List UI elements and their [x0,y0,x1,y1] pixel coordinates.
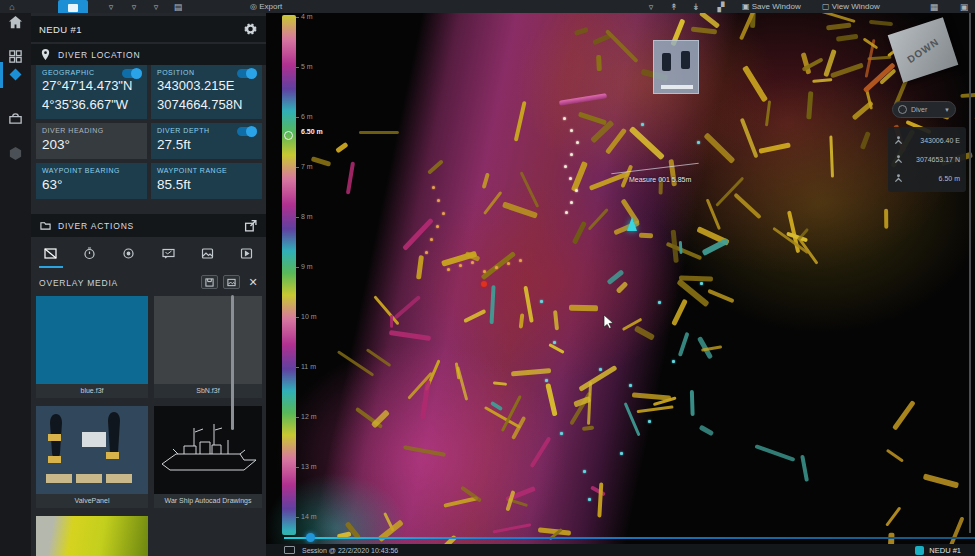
view-window-button[interactable]: ▢ View Window [822,1,880,13]
orange-trail-dot [436,225,439,228]
debris-log [311,156,331,167]
save-media-icon[interactable] [201,275,218,289]
white-trail-dot [570,129,573,132]
footer-unit-badge[interactable]: NEDU #1 [915,546,961,555]
timeline-playhead[interactable] [306,533,315,542]
flag-icon[interactable]: ▿ [150,2,162,13]
tool-d-icon[interactable]: ▞ [715,2,727,13]
orange-trail-dot [430,238,433,241]
debris-log [884,209,888,229]
close-icon[interactable]: ✕ [246,275,260,289]
close-layout-icon[interactable]: ▣ [958,2,970,13]
debris-log [886,449,904,462]
depth-colorbar [282,15,296,535]
tool-c-icon[interactable]: ↡ [690,2,702,13]
orange-trail-dot [519,259,522,262]
media-thumbnail[interactable] [36,406,148,494]
cyan-trail-dot [560,432,563,435]
active-tool-button[interactable] [58,0,88,13]
cyan-trail-dot [545,379,548,382]
cyan-trail-dot [588,498,591,501]
colorbar-tick: 6 m [301,113,313,120]
tab-snapshots[interactable] [194,241,220,267]
debris-log [800,455,809,482]
diver-card: DIVER HEADING203° [36,123,147,159]
media-thumbnail[interactable] [154,406,262,494]
diver-position-marker[interactable] [627,217,637,231]
home-icon[interactable]: ⌂ [6,2,18,13]
tool-b-icon[interactable]: ↟ [668,2,680,13]
bag-icon[interactable] [8,111,23,126]
tab-messages[interactable] [155,241,181,267]
orange-trail-dot [442,212,445,215]
white-trail-dot [565,211,568,214]
diver-dropdown[interactable]: Diver ▼ [892,101,956,118]
tab-target[interactable] [116,241,142,267]
export-button[interactable]: ◎ Export [250,1,282,13]
sidebar-panel: NEDU #1 DIVER LOCATION GEOGRAPHIC27°47'1… [31,13,266,556]
diver-card: WAYPOINT RANGE85.5ft [151,163,262,199]
media-thumbnail[interactable] [36,296,148,384]
media-item[interactable] [36,516,148,556]
diver-card: POSITION343003.215E3074664.758N [151,65,262,119]
scene-blob [516,13,776,183]
marker-icon[interactable]: ▿ [105,2,117,13]
sonar-3d-viewport[interactable]: Measure 001 5.85m 4 m5 m6 m7 m8 m9 m10 m… [266,13,975,556]
unit-header[interactable]: NEDU #1 [31,16,266,42]
media-item[interactable]: blue.f3f [36,296,148,398]
grid-window-icon[interactable]: ▦ [928,2,940,13]
cyan-trail-dot [672,360,675,363]
debris-log [346,162,355,195]
diver-dropdown-label: Diver [911,106,927,113]
tab-video[interactable] [233,241,259,267]
media-thumbnail[interactable] [154,296,262,384]
colorbar-tick: 5 m [301,63,313,70]
overlay-media-title: OVERLAY MEDIA [31,278,118,288]
alert-marker[interactable] [481,281,487,287]
toggle-switch[interactable] [237,127,257,136]
viewport-scrollbar[interactable] [969,13,971,533]
home-icon[interactable] [8,15,23,30]
cyan-trail-dot [583,470,586,473]
media-grid: blue.f3fSbN.f3fValvePanelWar Ship Autoca… [36,296,263,556]
tool-a-icon[interactable]: ▿ [645,2,657,13]
debris-log [390,314,393,327]
save-window-button[interactable]: ▣ Save Window [742,1,801,13]
card-value: 203° [42,136,141,154]
card-value: 4°35'36.667"W [42,97,141,114]
tab-stopwatch[interactable] [77,241,103,267]
gear-icon[interactable] [8,146,23,161]
coord-value: 343006.40 E [920,137,960,144]
media-caption: SbN.f3f [154,384,262,398]
card-value: 27.5ft [157,136,256,154]
session-window-icon[interactable] [284,546,295,554]
folder-icon [40,220,51,231]
diver-location-header[interactable]: DIVER LOCATION [31,44,266,65]
media-item[interactable]: War Ship Autocad Drawings [154,406,262,508]
orange-trail-dot [437,199,440,202]
diver-tracking-icon[interactable] [8,67,23,82]
open-in-new-icon[interactable] [244,219,257,232]
toggle-switch[interactable] [237,69,257,78]
media-thumbnail[interactable] [36,516,148,556]
measure-label: Measure 001 5.85m [629,176,691,183]
scene-overlay-image[interactable] [653,40,699,94]
card-label: WAYPOINT RANGE [157,167,256,174]
media-item[interactable]: SbN.f3f [154,296,262,398]
white-trail-dot [575,189,578,192]
colorbar-tick: 10 m [301,313,317,320]
debris-log [892,400,916,430]
apps-grid-icon[interactable] [8,49,23,64]
session-timeline[interactable] [284,537,975,539]
toggle-switch[interactable] [122,69,142,78]
settings-gear-icon[interactable] [244,23,257,36]
tab-overlay-media[interactable] [38,241,64,267]
colorbar-tick: 7 m [301,163,313,170]
pin-icon[interactable]: ▿ [128,2,140,13]
media-item[interactable]: ValvePanel [36,406,148,508]
diver-actions-header[interactable]: DIVER ACTIONS [31,214,266,237]
add-image-icon[interactable] [223,275,240,289]
layers-icon[interactable]: ▤ [172,2,184,13]
media-scrollbar[interactable] [231,295,234,430]
cyan-trail-dot [540,300,543,303]
